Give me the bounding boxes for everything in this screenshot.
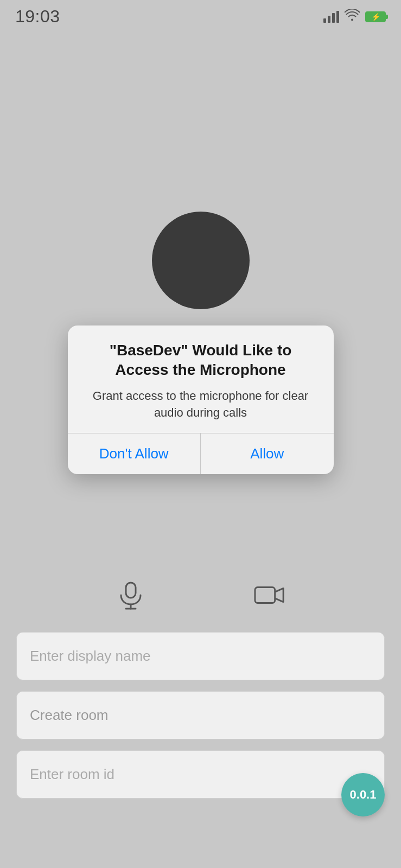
display-name-input[interactable]: [16, 632, 385, 680]
permission-dialog: "BaseDev" Would Like to Access the Micro…: [68, 326, 334, 474]
version-badge: 0.0.1: [341, 773, 385, 816]
svg-rect-3: [254, 588, 275, 603]
status-icons: ⚡: [323, 9, 386, 24]
status-bar: 19:03 ⚡: [0, 0, 401, 31]
dialog-buttons: Don't Allow Allow: [68, 433, 334, 474]
svg-rect-0: [126, 583, 136, 598]
signal-icon: [323, 11, 339, 23]
microphone-icon[interactable]: [116, 580, 145, 616]
avatar: [152, 212, 250, 309]
input-section: Create room: [16, 632, 385, 799]
dont-allow-button[interactable]: Don't Allow: [68, 433, 201, 474]
room-id-input[interactable]: [16, 750, 385, 799]
wifi-icon: [345, 9, 360, 24]
controls-area: [0, 570, 401, 627]
dialog-content: "BaseDev" Would Like to Access the Micro…: [68, 326, 334, 433]
dialog-message: Grant access to the microphone for clear…: [84, 388, 317, 422]
status-time: 19:03: [15, 7, 60, 27]
camera-icon[interactable]: [254, 580, 285, 616]
dialog-title: "BaseDev" Would Like to Access the Micro…: [84, 341, 317, 380]
create-room-button[interactable]: Create room: [16, 691, 385, 739]
battery-icon: ⚡: [365, 11, 386, 22]
allow-button[interactable]: Allow: [201, 433, 334, 474]
